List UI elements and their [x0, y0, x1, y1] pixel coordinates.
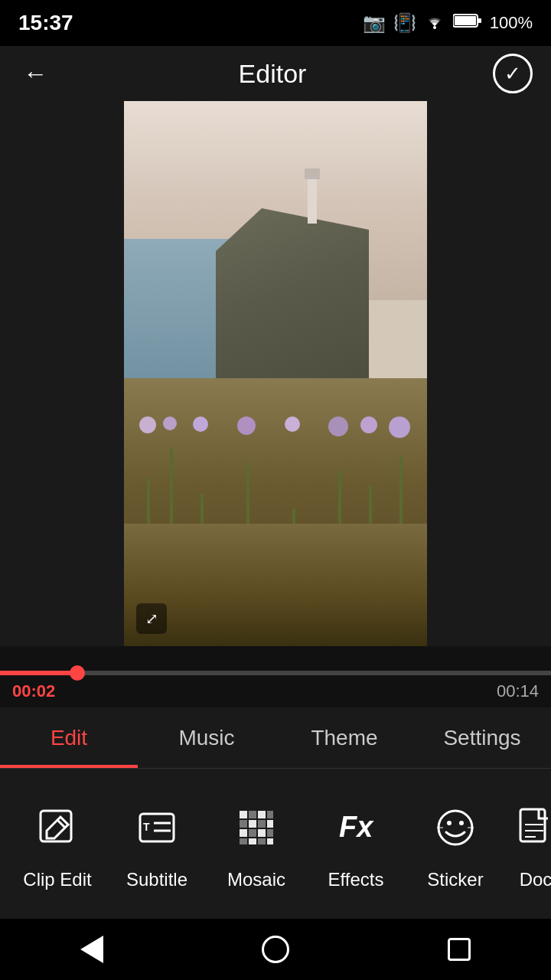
status-bar: 15:37 📷 📳 100% — [0, 0, 551, 46]
camera-icon: 📷 — [363, 12, 386, 34]
tab-music[interactable]: Music — [138, 707, 276, 768]
subtitle-icon: T — [137, 808, 177, 848]
mosaic-icon-wrapper — [226, 797, 287, 858]
sticker-icon-wrapper — [425, 797, 486, 858]
status-icons: 📷 📳 100% — [363, 12, 533, 34]
tool-clip-edit[interactable]: Clip Edit — [8, 797, 107, 890]
svg-rect-21 — [267, 829, 273, 837]
svg-rect-3 — [478, 18, 481, 23]
nav-recents-icon — [448, 938, 471, 961]
tool-mosaic[interactable]: Mosaic — [207, 797, 306, 890]
photo-lighthouse — [308, 178, 317, 224]
progress-thumb — [70, 665, 85, 681]
mosaic-label: Mosaic — [227, 869, 285, 890]
nav-home-icon — [262, 936, 289, 963]
svg-point-27 — [439, 811, 472, 844]
svg-rect-18 — [240, 829, 247, 837]
svg-rect-17 — [267, 820, 273, 828]
expand-icon: ⤢ — [145, 609, 158, 628]
tool-effects[interactable]: Fx Effects — [306, 797, 406, 890]
battery-icon — [453, 13, 482, 33]
tool-sticker[interactable]: Sticker — [406, 797, 505, 890]
svg-rect-24 — [258, 838, 266, 844]
nav-bar — [0, 919, 551, 980]
status-time: 15:37 — [18, 11, 73, 35]
nav-home-button[interactable] — [253, 926, 298, 972]
svg-rect-16 — [258, 820, 266, 828]
svg-point-0 — [433, 26, 436, 29]
expand-button[interactable]: ⤢ — [136, 603, 167, 634]
svg-text:T: T — [143, 821, 150, 833]
svg-rect-22 — [240, 838, 247, 844]
subtitle-label: Subtitle — [126, 869, 187, 890]
wifi-icon — [424, 12, 445, 34]
tab-bar: Edit Music Theme Settings — [0, 707, 551, 769]
video-preview: ⤢ — [0, 101, 551, 646]
doc-label: Doc — [520, 869, 551, 890]
tool-subtitle[interactable]: T Subtitle — [107, 797, 207, 890]
effects-icon-wrapper: Fx — [325, 797, 386, 858]
tab-settings[interactable]: Settings — [413, 707, 551, 768]
mosaic-icon — [236, 808, 276, 848]
svg-text:Fx: Fx — [339, 811, 374, 843]
svg-rect-25 — [267, 838, 273, 844]
tools-row: Clip Edit T Subtitle — [0, 769, 551, 919]
svg-rect-12 — [258, 811, 266, 818]
effects-icon: Fx — [336, 808, 376, 848]
timeline[interactable]: 00:02 00:14 — [0, 646, 551, 707]
svg-rect-2 — [455, 16, 476, 25]
current-time: 00:02 — [12, 681, 55, 701]
doc-icon — [516, 808, 551, 848]
page-title: Editor — [239, 59, 307, 89]
photo-grass — [124, 524, 427, 646]
svg-rect-15 — [249, 820, 256, 828]
sticker-label: Sticker — [427, 869, 483, 890]
tab-edit[interactable]: Edit — [0, 707, 138, 768]
effects-label: Effects — [328, 869, 384, 890]
check-icon: ✓ — [504, 62, 521, 86]
subtitle-icon-wrapper: T — [126, 797, 187, 858]
svg-rect-14 — [240, 820, 247, 828]
back-arrow-icon: ← — [23, 60, 47, 88]
clip-edit-icon — [37, 808, 77, 848]
header: ← Editor ✓ — [0, 46, 551, 101]
progress-bar[interactable] — [0, 671, 551, 675]
sticker-icon — [435, 808, 475, 848]
nav-back-icon — [80, 936, 103, 963]
svg-point-29 — [459, 821, 464, 825]
nav-recents-button[interactable] — [436, 926, 482, 972]
clip-edit-icon-wrapper — [27, 797, 88, 858]
tab-theme[interactable]: Theme — [276, 707, 413, 768]
timeline-times: 00:02 00:14 — [0, 678, 551, 701]
svg-rect-10 — [240, 811, 247, 818]
svg-rect-13 — [267, 811, 273, 818]
svg-rect-23 — [249, 838, 256, 844]
back-button[interactable]: ← — [18, 57, 52, 90]
progress-fill — [0, 671, 77, 675]
tool-doc[interactable]: Doc — [505, 797, 551, 890]
video-frame: ⤢ — [124, 101, 427, 646]
battery-text: 100% — [490, 13, 533, 33]
vibration-icon: 📳 — [393, 12, 416, 34]
total-time: 00:14 — [497, 681, 539, 701]
svg-rect-11 — [249, 811, 256, 818]
confirm-button[interactable]: ✓ — [493, 54, 533, 93]
clip-edit-label: Clip Edit — [23, 869, 91, 890]
svg-rect-20 — [258, 829, 266, 837]
svg-point-28 — [447, 821, 452, 825]
nav-back-button[interactable] — [69, 926, 115, 972]
doc-icon-wrapper — [505, 797, 551, 858]
svg-rect-19 — [249, 829, 256, 837]
